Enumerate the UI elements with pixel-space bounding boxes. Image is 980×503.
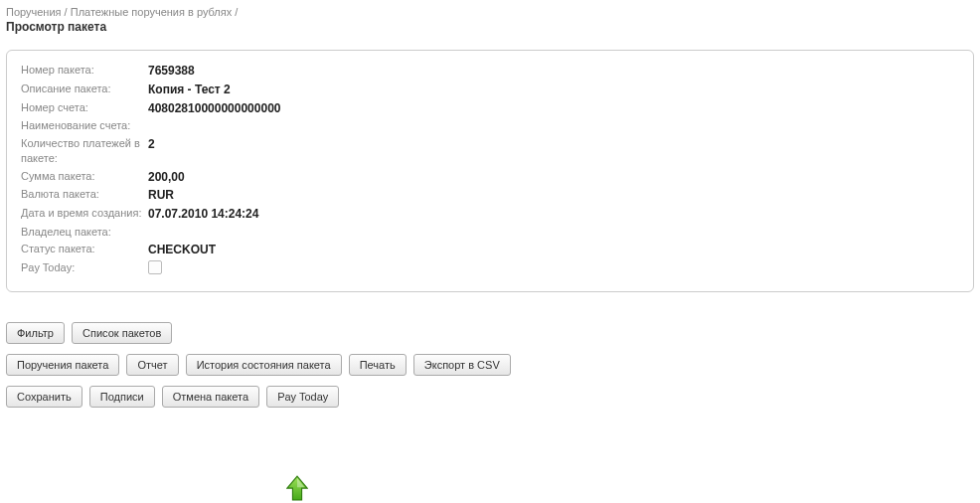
label-packet-status: Статус пакета: [21,242,148,258]
export-csv-button[interactable]: Экспорт в CSV [413,354,511,376]
value-created-at: 07.07.2010 14:24:24 [148,206,258,223]
save-button[interactable]: Сохранить [6,386,82,408]
label-packet-sum: Сумма пакета: [21,169,148,186]
packet-orders-button[interactable]: Поручения пакета [6,354,119,376]
label-packet-currency: Валюта пакета: [21,187,148,204]
breadcrumb-sep2: / [232,6,238,18]
value-packet-desc: Копия - Тест 2 [148,82,231,98]
packet-details: Номер пакета:7659388 Описание пакета:Коп… [6,50,974,292]
cancel-packet-button[interactable]: Отмена пакета [162,386,259,408]
value-packet-number: 7659388 [148,63,195,80]
value-packet-sum: 200,00 [148,169,185,186]
breadcrumb-orders[interactable]: Поручения [6,6,62,18]
label-packet-desc: Описание пакета: [21,82,148,98]
label-account-name: Наименование счета: [21,118,148,133]
report-button[interactable]: Отчет [126,354,178,376]
value-account-number: 40802810000000000000 [148,100,280,117]
label-pay-today: Pay Today: [21,260,148,278]
breadcrumb-ruble-orders[interactable]: Платежные поручения в рублях [71,6,232,18]
breadcrumb: Поручения / Платежные поручения в рублях… [6,6,974,18]
status-history-button[interactable]: История состояния пакета [186,354,342,376]
arrow-up-icon [286,475,308,503]
breadcrumb-sep: / [62,6,71,18]
value-packet-status: CHECKOUT [148,242,216,258]
packet-list-button[interactable]: Список пакетов [72,322,172,344]
signatures-button[interactable]: Подписи [89,386,155,408]
filter-button[interactable]: Фильтр [6,322,65,344]
label-packet-owner: Владелец пакета: [21,225,148,240]
label-payment-count: Количество платежей в пакете: [21,136,148,167]
label-account-number: Номер счета: [21,100,148,117]
value-payment-count: 2 [148,136,155,167]
pay-today-checkbox[interactable] [148,260,162,274]
label-packet-number: Номер пакета: [21,63,148,80]
value-packet-currency: RUR [148,187,174,204]
print-button[interactable]: Печать [349,354,407,376]
label-created-at: Дата и время создания: [21,206,148,223]
pay-today-button[interactable]: Pay Today [266,386,339,408]
page-title: Просмотр пакета [6,20,974,34]
